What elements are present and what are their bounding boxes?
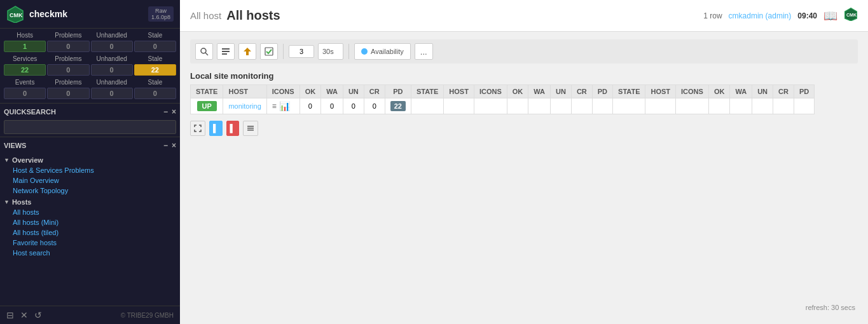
views-minimize-btn[interactable]: − [163,141,168,150]
copyright-text: © TRIBE29 GMBH [121,312,174,319]
svg-rect-12 [247,128,254,129]
sidebar-item-host-services-problems[interactable]: Host & Services Problems [4,165,176,175]
interval-select[interactable]: 30s [318,43,343,60]
quicksearch-minimize-btn[interactable]: − [163,107,168,116]
toolbar-sep2 [348,44,349,59]
events-problems-label: Problems [47,78,89,86]
export-btn[interactable] [238,43,256,60]
sidebar-item-favorite-hosts[interactable]: Favorite hosts [4,238,176,248]
more-btn[interactable]: ... [415,43,433,60]
number-input[interactable]: 3 [289,45,314,58]
stale-label: Stale [134,31,176,39]
hosts-problems[interactable]: 0 [47,41,89,52]
events-value[interactable]: 0 [4,88,46,99]
svg-text:CMK: CMK [10,12,23,18]
svg-rect-8 [222,53,227,55]
availability-btn[interactable]: Availability [354,43,411,60]
search-icon [200,47,209,56]
services-problems[interactable]: 0 [47,64,89,76]
th-state2: STATE [411,85,443,98]
th-ok2: OK [507,85,528,98]
row-ok2 [507,98,528,114]
services-unhandled-label: Unhandled [91,55,133,63]
services-stale[interactable]: 22 [134,64,176,76]
sidebar-item-main-overview[interactable]: Main Overview [4,175,176,186]
row-state3 [613,98,645,114]
expand-btn[interactable] [190,121,205,136]
overview-group-label: Overview [12,156,43,164]
sidebar-close-icon[interactable]: ✕ [20,310,28,320]
avail-dot-icon [361,48,368,55]
events-unhandled-label: Unhandled [91,78,133,86]
export-icon [243,47,252,56]
svg-rect-7 [222,51,230,52]
blue-icon-btn[interactable]: ▌ [209,121,223,136]
row-un2 [550,98,571,114]
main-content: All host All hosts 1 row cmkadmin (admin… [180,0,868,324]
burger-icon[interactable]: ≡ [272,102,277,111]
quicksearch-close-btn[interactable]: × [172,107,176,116]
row-ok: 0 [300,98,321,114]
svg-marker-9 [244,48,251,55]
events-stale[interactable]: 0 [134,88,176,99]
table-row: UP monitoring ≡ 📊 0 0 0 0 [191,98,815,114]
admin-user-link[interactable]: cmkadmin (admin) [729,11,792,20]
unhandled-label: Unhandled [91,31,133,39]
sidebar-item-network-topology[interactable]: Network Topology [4,186,176,196]
sidebar-item-host-search[interactable]: Host search [4,248,176,258]
checkmk-logo-icon[interactable]: CMK [6,5,24,23]
svg-rect-6 [222,48,230,50]
events-problems[interactable]: 0 [47,88,89,99]
row-icons3 [676,98,709,114]
page-title: All hosts [226,8,280,23]
refresh-text: refresh: 30 secs [806,304,855,311]
bottom-actions: ▌ ▌ [190,121,858,136]
hosts-stale[interactable]: 0 [134,41,176,52]
checkmk-icon[interactable]: CMK [844,7,858,24]
toolbar: 3 30s Availability ... [190,39,858,64]
list-icon [247,125,254,132]
th-wa2: WA [528,85,551,98]
views-section: VIEWS − × ▼ Overview Host & Services Pro… [0,137,180,306]
sidebar-refresh-icon[interactable]: ↺ [34,310,42,320]
sidebar-item-all-hosts-tiled[interactable]: All hosts (tiled) [4,227,176,238]
layout-btn[interactable] [217,43,235,60]
red-icon-btn[interactable]: ▌ [226,121,240,136]
search-btn[interactable] [195,43,213,60]
site-title: Local site monitoring [190,71,858,81]
hosts-value[interactable]: 1 [4,41,46,52]
services-unhandled[interactable]: 0 [91,64,133,76]
sidebar-item-all-hosts-mini[interactable]: All hosts (Mini) [4,217,176,227]
row-state2 [411,98,443,114]
hosts-table: STATE HOST ICONS OK WA UN CR PD STATE HO… [190,84,815,114]
row-wa: 0 [321,98,343,114]
content-area: 3 30s Availability ... Local site monito… [180,32,868,324]
row-host2 [444,98,474,114]
row-un3 [752,98,773,114]
quicksearch-section: QUICKSEARCH − × [0,104,180,137]
nav-hosts-group[interactable]: ▼ Hosts [4,196,176,207]
row-pd2 [592,98,612,114]
check-btn[interactable] [260,43,278,60]
th-cr3: CR [773,85,794,98]
nav-overview-group[interactable]: ▼ Overview [4,154,176,165]
services-value[interactable]: 22 [4,64,46,76]
views-close-btn[interactable]: × [172,141,176,150]
host-link[interactable]: monitoring [228,102,261,110]
help-icon[interactable]: 📖 [823,9,837,23]
chart-icon[interactable]: 📊 [279,101,290,111]
row-wa2 [528,98,551,114]
list-icon-btn[interactable] [243,121,258,136]
triangle-icon: ▼ [4,157,10,163]
hosts-unhandled[interactable]: 0 [91,41,133,52]
row-pd: 22 [385,98,411,114]
sidebar-item-all-hosts[interactable]: All hosts [4,207,176,217]
th-ok3: OK [708,85,730,98]
search-input[interactable] [4,120,176,134]
sidebar-minimize-icon[interactable]: ⊟ [6,310,14,320]
time-display: 09:40 [797,11,817,20]
row-pd3 [794,98,814,114]
row-wa3 [730,98,752,114]
row-cr: 0 [364,98,385,114]
events-unhandled[interactable]: 0 [91,88,133,99]
